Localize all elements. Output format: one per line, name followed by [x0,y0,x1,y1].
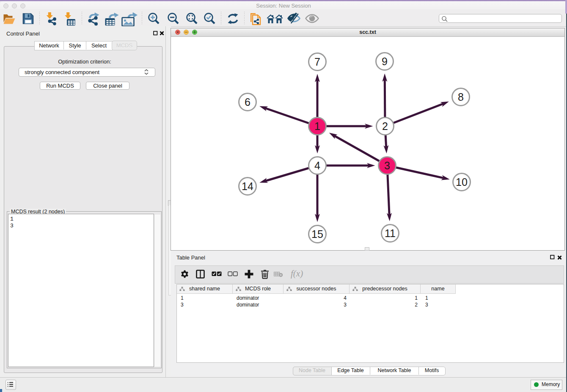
svg-text:6: 6 [245,96,250,108]
svg-text:4: 4 [314,160,320,171]
svg-text:9: 9 [382,55,388,67]
svg-text:1: 1 [314,120,320,132]
svg-text:7: 7 [314,56,320,68]
svg-text:15: 15 [311,228,323,240]
svg-text:2: 2 [382,120,388,132]
svg-text:14: 14 [242,180,253,192]
svg-text:10: 10 [456,176,468,188]
svg-text:3: 3 [384,160,390,171]
svg-text:11: 11 [385,227,396,239]
svg-text:8: 8 [458,91,464,103]
